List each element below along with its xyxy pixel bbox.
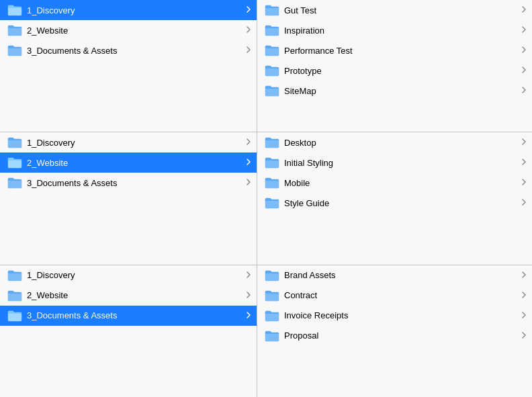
folder-item-r2-initialstyling[interactable]: Initial Styling xyxy=(257,152,532,173)
folder-icon xyxy=(264,269,280,282)
folder-label: Inspiration xyxy=(284,26,519,36)
folder-label: SiteMap xyxy=(284,86,519,96)
folder-item-r1-sitemap[interactable]: SiteMap xyxy=(257,81,532,101)
chevron-right-icon xyxy=(246,5,251,15)
folder-label: 3_Documents & Assets xyxy=(27,310,243,320)
folder-icon xyxy=(7,136,23,149)
left-column-3: 1_Discovery 2_Website 3_Documents & Asse… xyxy=(0,265,257,397)
folder-label: Invoice Receipts xyxy=(284,310,519,320)
chevron-right-icon xyxy=(521,331,527,341)
chevron-right-icon xyxy=(246,311,251,320)
folder-icon xyxy=(7,3,23,17)
folder-item-r3-invoicereceipts[interactable]: Invoice Receipts xyxy=(257,306,532,326)
finder-row-1: 1_Discovery 2_Website 3_Documents & Asse… xyxy=(0,0,532,132)
folder-item-r3-proposal[interactable]: Proposal xyxy=(257,326,532,346)
chevron-right-icon xyxy=(521,66,527,75)
chevron-right-icon xyxy=(521,86,527,95)
folder-item-r2-styleguide[interactable]: Style Guide xyxy=(257,193,532,213)
chevron-right-icon xyxy=(521,271,527,280)
left-column-2: 1_Discovery 2_Website 3_Documents & Asse… xyxy=(0,132,257,264)
folder-icon xyxy=(7,309,23,322)
folder-item-r3-1discovery[interactable]: 1_Discovery xyxy=(0,265,257,285)
folder-icon xyxy=(264,24,280,37)
folder-label: 2_Website xyxy=(27,290,243,300)
chevron-right-icon xyxy=(521,158,527,167)
folder-icon xyxy=(264,196,280,210)
folder-item-r2-1discovery[interactable]: 1_Discovery xyxy=(0,132,257,152)
folder-icon xyxy=(264,64,280,77)
folder-label: Brand Assets xyxy=(284,270,519,280)
chevron-right-icon xyxy=(521,138,527,147)
chevron-right-icon xyxy=(521,26,527,35)
folder-label: 1_Discovery xyxy=(27,138,243,148)
folder-icon xyxy=(264,176,280,189)
chevron-right-icon xyxy=(246,138,251,147)
folder-item-r1-2website[interactable]: 2_Website xyxy=(0,20,257,40)
chevron-right-icon xyxy=(246,46,251,55)
folder-icon xyxy=(264,309,280,322)
folder-label: Performance Test xyxy=(284,46,519,56)
chevron-right-icon xyxy=(246,158,251,167)
folder-icon xyxy=(7,269,23,282)
folder-icon xyxy=(264,84,280,97)
folder-icon xyxy=(264,289,280,302)
folder-label: 1_Discovery xyxy=(27,270,243,280)
folder-label: Desktop xyxy=(284,138,519,148)
right-column-3: Brand Assets Contract Invoice Receipts P… xyxy=(257,265,532,397)
folder-item-r3-brandassets[interactable]: Brand Assets xyxy=(257,265,532,285)
folder-icon xyxy=(264,3,280,17)
folder-label: 2_Website xyxy=(27,158,243,168)
folder-item-r1-inspiration[interactable]: Inspiration xyxy=(257,20,532,40)
left-column-1: 1_Discovery 2_Website 3_Documents & Asse… xyxy=(0,0,257,132)
folder-item-r1-prototype[interactable]: Prototype xyxy=(257,60,532,81)
folder-item-r3-contract[interactable]: Contract xyxy=(257,285,532,306)
folder-item-r2-desktop[interactable]: Desktop xyxy=(257,132,532,152)
chevron-right-icon xyxy=(521,178,527,187)
folder-label: Initial Styling xyxy=(284,158,519,168)
chevron-right-icon xyxy=(246,291,251,300)
chevron-right-icon xyxy=(521,46,527,55)
folder-label: Style Guide xyxy=(284,198,519,208)
folder-icon xyxy=(7,176,23,189)
chevron-right-icon xyxy=(246,271,251,280)
folder-item-r2-2website[interactable]: 2_Website xyxy=(0,152,257,173)
folder-item-r1-1discovery[interactable]: 1_Discovery xyxy=(0,0,257,20)
folder-label: 3_Documents & Assets xyxy=(27,46,243,56)
folder-label: Proposal xyxy=(284,330,519,341)
folder-label: Contract xyxy=(284,290,519,300)
chevron-right-icon xyxy=(246,178,251,187)
folder-label: Gut Test xyxy=(284,5,519,15)
folder-label: Mobile xyxy=(284,178,519,188)
folder-icon xyxy=(7,24,23,37)
folder-item-r1-gut[interactable]: Gut Test xyxy=(257,0,532,20)
folder-item-r2-mobile[interactable]: Mobile xyxy=(257,173,532,193)
folder-label: 2_Website xyxy=(27,26,243,36)
chevron-right-icon xyxy=(521,5,527,15)
folder-label: 1_Discovery xyxy=(27,5,243,15)
folder-icon xyxy=(7,289,23,302)
folder-icon xyxy=(7,156,23,169)
panel-group: 1_Discovery 2_Website 3_Documents & Asse… xyxy=(0,0,532,397)
folder-icon xyxy=(264,329,280,343)
finder-row-3: 1_Discovery 2_Website 3_Documents & Asse… xyxy=(0,265,532,397)
folder-item-r1-3documents[interactable]: 3_Documents & Assets xyxy=(0,40,257,60)
finder-window: 1_Discovery 2_Website 3_Documents & Asse… xyxy=(0,0,532,397)
chevron-right-icon xyxy=(521,198,527,208)
chevron-right-icon xyxy=(246,26,251,35)
folder-label: Prototype xyxy=(284,66,519,76)
chevron-right-icon xyxy=(521,291,527,300)
folder-item-r3-2website[interactable]: 2_Website xyxy=(0,285,257,306)
right-column-1: Gut Test Inspiration Performance Test Pr… xyxy=(257,0,532,132)
right-column-2: Desktop Initial Styling Mobile Style Gui… xyxy=(257,132,532,264)
folder-item-r2-3documents[interactable]: 3_Documents & Assets xyxy=(0,173,257,193)
folder-item-r1-performance[interactable]: Performance Test xyxy=(257,40,532,60)
folder-icon xyxy=(264,44,280,57)
folder-icon xyxy=(7,44,23,57)
finder-row-2: 1_Discovery 2_Website 3_Documents & Asse… xyxy=(0,132,532,265)
folder-label: 3_Documents & Assets xyxy=(27,178,243,188)
folder-item-r3-3documents[interactable]: 3_Documents & Assets xyxy=(0,306,257,326)
folder-icon xyxy=(264,136,280,149)
folder-icon xyxy=(264,156,280,169)
chevron-right-icon xyxy=(521,311,527,320)
